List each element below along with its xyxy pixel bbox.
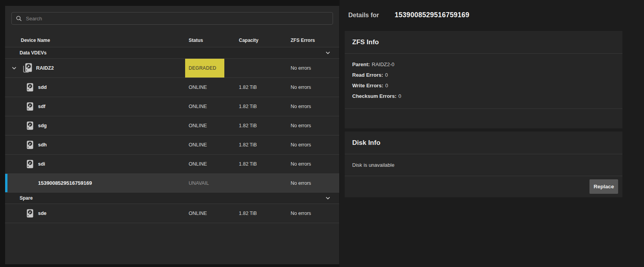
disk-icon [27, 160, 33, 168]
zfs-errors-value: No errors [279, 78, 339, 97]
search-input[interactable] [26, 16, 329, 22]
device-name-label: 1539008529516759169 [5, 174, 185, 192]
device-name-label: sde [38, 211, 47, 216]
selected-row-accent-bar [5, 174, 7, 192]
status-value: ONLINE [185, 97, 224, 116]
device-name-label: sdf [38, 104, 45, 109]
zfs-info-body: Parent:RAIDZ2-0 Read Errors:0 Write Erro… [345, 54, 622, 109]
zfs-parent-line: Parent:RAIDZ2-0 [352, 59, 615, 70]
table-header-row: Device Name Status Capacity ZFS Errors [5, 33, 339, 47]
zfs-errors-value: No errors [279, 97, 339, 116]
details-title: Details for 1539008529516759169 [348, 11, 469, 19]
zfs-errors-value: No errors [279, 116, 339, 135]
details-title-prefix: Details for [348, 12, 379, 19]
column-header-zfs-errors: ZFS Errors [279, 33, 339, 47]
collapse-chevron-down-icon[interactable] [325, 195, 331, 201]
capacity-value: 1.82 TiB [224, 204, 279, 223]
capacity-value: 1.82 TiB [224, 97, 279, 116]
device-row-sdf[interactable]: sdf ONLINE 1.82 TiB No errors [5, 97, 339, 116]
disk-info-footer: Replace [345, 176, 622, 197]
collapse-chevron-down-icon[interactable] [325, 50, 331, 56]
disk-icon [27, 209, 33, 218]
status-value: ONLINE [185, 135, 224, 154]
status-value: ONLINE [185, 155, 224, 173]
status-badge-degraded: DEGRADED [185, 59, 224, 78]
expand-chevron-down-icon[interactable] [11, 65, 17, 71]
capacity-value: 1.82 TiB [224, 135, 279, 154]
group-label: Data VDEVs [5, 47, 185, 58]
disk-unavailable-message: Disk is unavailable [345, 154, 622, 176]
details-title-device-name: 1539008529516759169 [395, 11, 469, 19]
device-row-raidz2[interactable]: RAIDZ2 DEGRADED No errors [5, 59, 339, 78]
device-name-label: sdd [38, 85, 47, 90]
zfs-write-errors-line: Write Errors:0 [352, 80, 615, 91]
group-row-data-vdevs[interactable]: Data VDEVs [5, 47, 339, 59]
details-panel: Details for 1539008529516759169 ZFS Info… [345, 0, 622, 267]
capacity-value: 1.82 TiB [224, 155, 279, 173]
status-value-unavail: UNAVAIL [185, 174, 224, 192]
disk-icon [27, 121, 33, 130]
capacity-value: 1.82 TiB [224, 78, 279, 97]
zfs-errors-value: No errors [279, 135, 339, 154]
column-header-capacity: Capacity [224, 33, 279, 47]
table-toolbar [5, 6, 339, 33]
search-icon [16, 15, 22, 22]
device-row-sdg[interactable]: sdg ONLINE 1.82 TiB No errors [5, 116, 339, 135]
device-row-sdh[interactable]: sdh ONLINE 1.82 TiB No errors [5, 135, 339, 155]
replace-button[interactable]: Replace [589, 179, 618, 194]
disk-icon [27, 83, 33, 92]
disk-icon [27, 102, 33, 111]
zfs-info-card: ZFS Info Parent:RAIDZ2-0 Read Errors:0 W… [345, 31, 622, 128]
status-value: ONLINE [185, 116, 224, 135]
status-value: ONLINE [185, 78, 224, 97]
device-row-sdi[interactable]: sdi ONLINE 1.82 TiB No errors [5, 155, 339, 174]
vdev-stack-icon [22, 63, 33, 74]
group-row-spare[interactable]: Spare [5, 193, 339, 204]
group-label: Spare [5, 193, 185, 204]
device-name-label: sdg [38, 123, 47, 128]
status-value: ONLINE [185, 204, 224, 223]
disk-info-heading: Disk Info [345, 132, 622, 154]
zfs-errors-value: No errors [279, 204, 339, 223]
disk-icon [27, 141, 33, 149]
device-name-label: RAIDZ2 [36, 65, 54, 71]
device-row-sde[interactable]: sde ONLINE 1.82 TiB No errors [5, 204, 339, 223]
column-header-device-name: Device Name [5, 33, 185, 47]
search-box[interactable] [11, 12, 333, 25]
device-name-label: sdi [38, 161, 45, 167]
zfs-read-errors-line: Read Errors:0 [352, 70, 615, 80]
zfs-errors-value: No errors [279, 174, 339, 192]
zfs-info-heading: ZFS Info [345, 31, 622, 54]
zfs-errors-value: No errors [279, 155, 339, 173]
devices-table-card: Device Name Status Capacity ZFS Errors D… [5, 6, 339, 264]
zfs-errors-value: No errors [279, 59, 339, 78]
device-name-label: sdh [38, 142, 47, 148]
device-row-sdd[interactable]: sdd ONLINE 1.82 TiB No errors [5, 78, 339, 97]
capacity-value: 1.82 TiB [224, 116, 279, 135]
disk-info-card: Disk Info Disk is unavailable Replace [345, 132, 622, 197]
column-header-status: Status [185, 33, 224, 47]
device-row-1539008529516759169-selected[interactable]: 1539008529516759169 UNAVAIL No errors [5, 174, 339, 193]
zfs-checksum-errors-line: Checksum Errors:0 [352, 91, 615, 101]
